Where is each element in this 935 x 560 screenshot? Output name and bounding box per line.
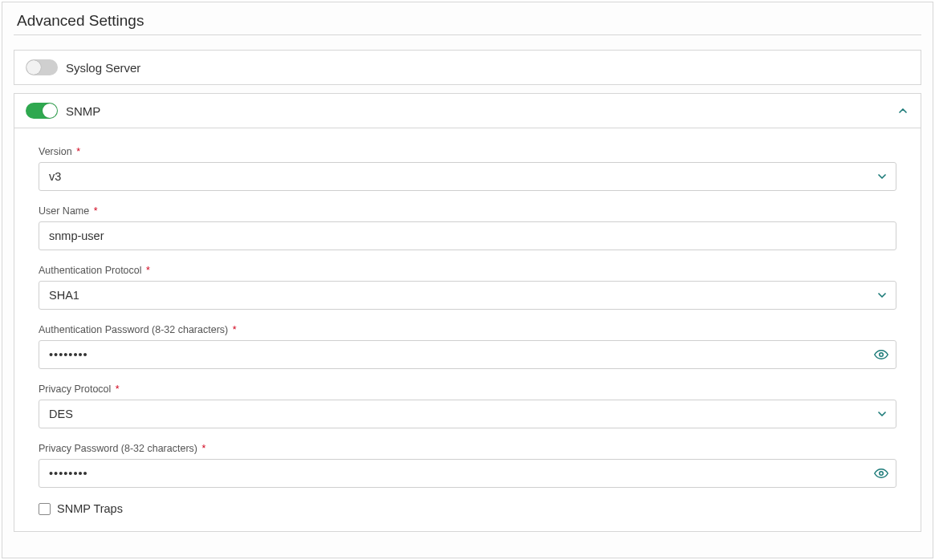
- required-marker: *: [233, 324, 237, 335]
- snmp-panel-body: Version * v3 User Name *: [14, 128, 921, 531]
- snmp-traps-row: SNMP Traps: [39, 502, 896, 515]
- snmp-title: SNMP: [66, 104, 100, 118]
- toggle-knob: [43, 103, 57, 118]
- field-privacy-password: Privacy Password (8-32 characters) *: [39, 443, 896, 488]
- eye-icon[interactable]: [874, 466, 888, 481]
- label-auth-protocol: Authentication Protocol *: [39, 265, 896, 276]
- snmp-panel-header[interactable]: SNMP: [14, 94, 921, 128]
- syslog-panel: Syslog Server: [14, 50, 921, 85]
- required-marker: *: [201, 443, 205, 454]
- auth-protocol-select[interactable]: SHA1: [39, 281, 896, 310]
- field-auth-protocol: Authentication Protocol * SHA1: [39, 265, 896, 310]
- svg-point-1: [880, 472, 884, 476]
- chevron-up-icon[interactable]: [896, 104, 909, 117]
- snmp-panel: SNMP Version * v3: [14, 93, 921, 532]
- label-auth-password: Authentication Password (8-32 characters…: [39, 324, 896, 335]
- advanced-settings-container: Advanced Settings Syslog Server SNMP: [2, 2, 933, 558]
- auth-password-input[interactable]: [39, 340, 896, 369]
- section-title: Advanced Settings: [17, 12, 921, 30]
- snmp-toggle[interactable]: [26, 103, 58, 119]
- required-marker: *: [146, 265, 150, 276]
- privacy-protocol-select[interactable]: DES: [39, 400, 896, 428]
- field-privacy-protocol: Privacy Protocol * DES: [39, 383, 896, 428]
- required-marker: *: [116, 383, 120, 395]
- username-input[interactable]: [39, 221, 896, 250]
- label-username: User Name *: [39, 205, 896, 217]
- label-privacy-protocol: Privacy Protocol *: [39, 383, 896, 395]
- required-marker: *: [76, 146, 80, 157]
- field-version: Version * v3: [39, 146, 896, 191]
- divider: [14, 34, 921, 35]
- field-username: User Name *: [39, 205, 896, 250]
- eye-icon[interactable]: [874, 347, 888, 362]
- snmp-traps-checkbox[interactable]: [39, 503, 51, 515]
- svg-point-0: [880, 353, 884, 357]
- required-marker: *: [94, 205, 98, 217]
- syslog-panel-header[interactable]: Syslog Server: [14, 51, 921, 84]
- privacy-password-input[interactable]: [39, 459, 896, 488]
- syslog-toggle[interactable]: [26, 59, 58, 75]
- label-privacy-password: Privacy Password (8-32 characters) *: [39, 443, 896, 454]
- field-auth-password: Authentication Password (8-32 characters…: [39, 324, 896, 369]
- snmp-traps-label: SNMP Traps: [57, 502, 123, 515]
- toggle-knob: [26, 60, 41, 75]
- syslog-title: Syslog Server: [66, 61, 140, 75]
- version-select[interactable]: v3: [39, 162, 896, 191]
- label-version: Version *: [39, 146, 896, 157]
